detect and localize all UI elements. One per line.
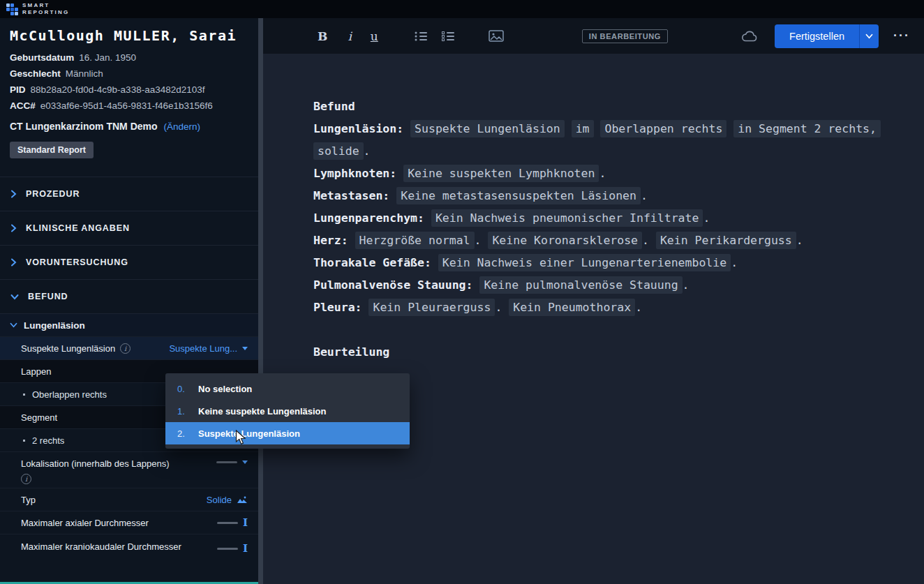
field-value: 16. Jan. 1950 bbox=[79, 52, 136, 63]
option-number: 1. bbox=[177, 406, 188, 417]
sidebar: McCullough MULLER, Sarai Geburtsdatum16.… bbox=[0, 18, 258, 584]
field-label: PID bbox=[10, 84, 26, 95]
suspekte-dropdown-trigger[interactable]: Suspekte Lung... bbox=[169, 343, 248, 354]
report-text: . bbox=[599, 167, 606, 180]
report-field-chip[interactable]: Suspekte Lungenläsion bbox=[410, 120, 565, 137]
change-template-link[interactable]: (Ändern) bbox=[164, 121, 201, 132]
section-label: PROZEDUR bbox=[26, 189, 80, 199]
underline-button[interactable]: u bbox=[371, 29, 378, 43]
typ-current-value: Solide bbox=[207, 495, 232, 505]
field-row-label: Lokalisation (innerhalb des Lappens) bbox=[21, 458, 169, 469]
sidebar-section-befund[interactable]: BEFUND bbox=[0, 279, 258, 313]
finish-dropdown-toggle[interactable] bbox=[859, 24, 879, 48]
chevron-right-icon bbox=[10, 224, 17, 232]
report-line-metastasen: Metastasen: Keine metastasensuspekten Lä… bbox=[313, 185, 907, 207]
report-field-chip[interactable]: Keine suspekten Lymphknoten bbox=[403, 165, 599, 182]
typ-value[interactable]: Solide bbox=[207, 495, 248, 505]
section-label: VORUNTERSUCHUNG bbox=[26, 257, 128, 267]
befund-group-lungenlaesion[interactable]: Lungenläsion bbox=[0, 313, 258, 336]
report-text: . bbox=[475, 234, 482, 247]
report-editor[interactable]: Befund Lungenläsion: Suspekte Lungenläsi… bbox=[263, 54, 924, 584]
report-text: . bbox=[364, 144, 371, 158]
field-row-max-axialer-durchmesser[interactable]: Maximaler axialer Durchmesser I bbox=[0, 511, 258, 534]
field-label: Geburtsdatum bbox=[10, 52, 74, 63]
report-field-chip[interactable]: Keine pulmonalvenöse Stauung bbox=[479, 276, 682, 294]
report-field-label: Herz: bbox=[313, 234, 348, 247]
report-blank-line bbox=[313, 319, 907, 341]
info-icon[interactable]: i bbox=[21, 474, 31, 484]
lokalisation-dropdown-trigger[interactable] bbox=[216, 461, 248, 464]
finish-button-group: Fertigstellen bbox=[775, 24, 879, 48]
report-field-chip[interactable]: Kein Nachweis pneumonischer Infiltrate bbox=[431, 209, 703, 227]
report-line-lungenlaesion-cont: solide. bbox=[313, 140, 907, 163]
option-number: 0. bbox=[177, 384, 188, 394]
report-text: . bbox=[641, 189, 648, 202]
sidebar-section-klinische-angaben[interactable]: KLINISCHE ANGABEN bbox=[0, 211, 258, 245]
report-field-chip[interactable]: Keine Koronarsklerose bbox=[488, 232, 642, 249]
more-options-button[interactable]: ··· bbox=[893, 29, 910, 43]
report-field-chip[interactable]: Kein Nachweis einer Lungenarterienemboli… bbox=[438, 254, 731, 271]
report-field-chip[interactable]: Keine metastasensuspekten Läsionen bbox=[396, 187, 641, 204]
report-line-pulmonalvenoese-stauung: Pulmonalvenöse Stauung: Keine pulmonalve… bbox=[313, 274, 907, 297]
editor-toolbar: B i u IN BEARBEITUNG Fertigstellen ··· bbox=[263, 18, 924, 54]
patient-field-sex: GeschlechtMännlich bbox=[10, 68, 247, 79]
field-row-label: Maximaler axialer Durchmesser bbox=[21, 518, 149, 528]
field-value: Männlich bbox=[66, 68, 103, 79]
info-icon[interactable]: i bbox=[120, 343, 131, 354]
field-row-label: Segment bbox=[21, 412, 57, 423]
dropdown-option-keine-suspekte[interactable]: 1. Keine suspekte Lungenläsion bbox=[165, 400, 410, 422]
sidebar-section-prozedur[interactable]: PROZEDUR bbox=[0, 177, 258, 211]
patient-name: McCullough MULLER, Sarai bbox=[10, 27, 247, 44]
field-row-max-kraniokaudaler-durchmesser[interactable]: Maximaler kraniokaudaler Durchmesser I bbox=[0, 534, 258, 568]
dropdown-option-no-selection[interactable]: 0. No selection bbox=[165, 377, 410, 400]
insert-image-button[interactable] bbox=[489, 30, 504, 42]
option-label: Keine suspekte Lungenläsion bbox=[198, 406, 327, 417]
text-cursor-icon: I bbox=[243, 518, 248, 528]
report-text: . bbox=[703, 211, 710, 225]
sidebar-scrollbar[interactable] bbox=[258, 18, 263, 584]
field-row-label: Maximaler kraniokaudaler Durchmesser bbox=[21, 540, 181, 555]
cloud-sync-icon[interactable] bbox=[741, 30, 758, 42]
report-field-chip[interactable]: solide bbox=[313, 142, 364, 160]
report-field-chip[interactable]: Kein Pneumothorax bbox=[509, 299, 635, 316]
section-nav: PROZEDUR KLINISCHE ANGABEN VORUNTERSUCHU… bbox=[0, 177, 258, 313]
report-field-chip[interactable]: Oberlappen rechts bbox=[600, 120, 726, 137]
report-field-chip[interactable]: Kein Perikarderguss bbox=[656, 232, 796, 249]
finish-button[interactable]: Fertigstellen bbox=[775, 24, 859, 48]
axial-input[interactable]: I bbox=[217, 518, 248, 528]
option-label: Suspekte Lungenläsion bbox=[198, 428, 300, 439]
smart-reporting-logo[interactable]: SMART REPORTING bbox=[6, 2, 69, 17]
report-field-label: Pleura: bbox=[313, 301, 362, 314]
report-field-chip[interactable]: im bbox=[572, 120, 594, 137]
dropdown-option-suspekte[interactable]: 2. Suspekte Lungenläsion bbox=[165, 422, 410, 444]
report-field-chip[interactable]: in Segment 2 rechts, bbox=[733, 120, 881, 137]
sidebar-section-voruntersuchung[interactable]: VORUNTERSUCHUNG bbox=[0, 245, 258, 279]
field-row-typ[interactable]: Typ Solide bbox=[0, 488, 258, 511]
app-root: SMART REPORTING McCullough MULLER, Sarai… bbox=[0, 0, 924, 584]
report-field-label: Pulmonalvenöse Stauung: bbox=[313, 278, 472, 292]
report-text: . bbox=[635, 301, 642, 314]
kranio-input[interactable]: I bbox=[217, 544, 248, 554]
bold-button[interactable]: B bbox=[318, 29, 327, 43]
field-value: e033af6e-95d1-4a56-9831-f46e1b3156f6 bbox=[40, 100, 213, 111]
italic-button[interactable]: i bbox=[348, 29, 351, 43]
report-type-badge[interactable]: Standard Report bbox=[10, 142, 94, 158]
report-field-label: Thorakale Gefäße: bbox=[313, 256, 431, 269]
field-row-lokalisation[interactable]: Lokalisation (innerhalb des Lappens) i bbox=[0, 451, 258, 488]
report-line-lungenlaesion: Lungenläsion: Suspekte Lungenläsion im O… bbox=[313, 118, 907, 140]
numbered-list-button[interactable] bbox=[442, 31, 455, 41]
template-row: CT Lungenkarzinom TNM Demo (Ändern) bbox=[10, 121, 247, 132]
chevron-down-icon bbox=[242, 347, 248, 350]
bullet-list-button[interactable] bbox=[415, 31, 428, 41]
field-row-suspekte-lungenlaesion[interactable]: Suspekte Lungenläsion i Suspekte Lung... bbox=[0, 336, 258, 359]
report-field-chip[interactable]: Herzgröße normal bbox=[355, 232, 475, 249]
list-item-label: Oberlappen rechts bbox=[32, 389, 107, 400]
patient-card: McCullough MULLER, Sarai Geburtsdatum16.… bbox=[0, 18, 258, 158]
logo-icon bbox=[6, 3, 18, 15]
report-field-chip[interactable]: Kein Pleuraerguss bbox=[368, 299, 495, 316]
section-label: KLINISCHE ANGABEN bbox=[26, 223, 130, 233]
chevron-right-icon bbox=[10, 258, 17, 267]
report-heading-befund: Befund bbox=[313, 96, 907, 118]
brand-top: SMART bbox=[22, 2, 69, 9]
image-link-icon bbox=[237, 495, 248, 504]
